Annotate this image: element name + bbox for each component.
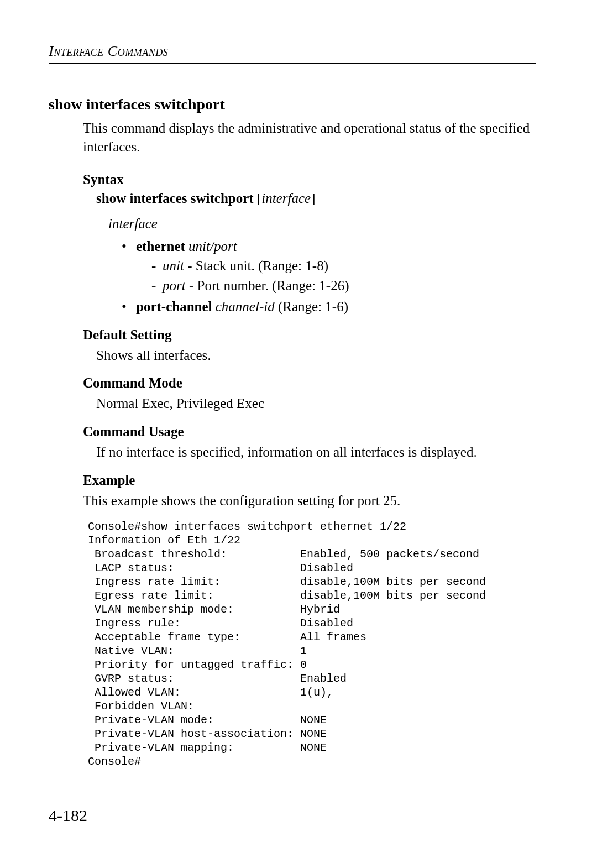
unit-name: unit (163, 258, 184, 273)
command-body: This command displays the administrative… (83, 119, 536, 772)
command-name-heading: show interfaces switchport (49, 96, 536, 113)
port-channel-range: (Range: 1-6) (275, 299, 348, 314)
command-description: This command displays the administrative… (83, 119, 536, 156)
example-code-block: Console#show interfaces switchport ether… (83, 516, 536, 772)
header-rule (49, 63, 536, 64)
running-title: Interface Commands (49, 43, 536, 60)
option-ethernet: ethernet unit/port unit - Stack unit. (R… (122, 237, 536, 295)
option-port-channel: port-channel channel-id (Range: 1-6) (122, 297, 536, 316)
command-mode-heading: Command Mode (83, 375, 536, 391)
port-name: port (163, 278, 186, 293)
keyword-port-channel: port-channel (136, 299, 212, 314)
ethernet-subparams: unit - Stack unit. (Range: 1-8) port - P… (151, 257, 536, 295)
syntax-heading: Syntax (83, 172, 536, 187)
unit-text: - Stack unit. (Range: 1-8) (184, 258, 328, 273)
bracket-open: [ (254, 191, 262, 206)
command-usage-text: If no interface is specified, informatio… (96, 443, 536, 462)
default-setting-text: Shows all interfaces. (96, 346, 536, 365)
page-number: 4-182 (49, 806, 87, 825)
args-ethernet: unit/port (188, 239, 237, 254)
subparam-unit: unit - Stack unit. (Range: 1-8) (151, 257, 536, 275)
page: Interface Commands show interfaces switc… (0, 0, 597, 868)
syntax-command: show interfaces switchport (96, 191, 254, 206)
example-heading: Example (83, 473, 536, 488)
param-interface: interface (108, 216, 536, 232)
command-mode-text: Normal Exec, Privileged Exec (96, 394, 536, 413)
port-text: - Port number. (Range: 1-26) (186, 278, 349, 293)
keyword-ethernet: ethernet (136, 239, 185, 254)
bracket-close: ] (311, 191, 315, 206)
param-options-list: ethernet unit/port unit - Stack unit. (R… (122, 237, 536, 316)
default-setting-heading: Default Setting (83, 327, 536, 343)
syntax-param-interface: interface (261, 191, 311, 206)
example-intro: This example shows the configuration set… (83, 491, 536, 510)
subparam-port: port - Port number. (Range: 1-26) (151, 276, 536, 295)
arg-channel-id: channel-id (216, 299, 275, 314)
command-usage-heading: Command Usage (83, 424, 536, 440)
syntax-line: show interfaces switchport [interface] (96, 191, 536, 206)
